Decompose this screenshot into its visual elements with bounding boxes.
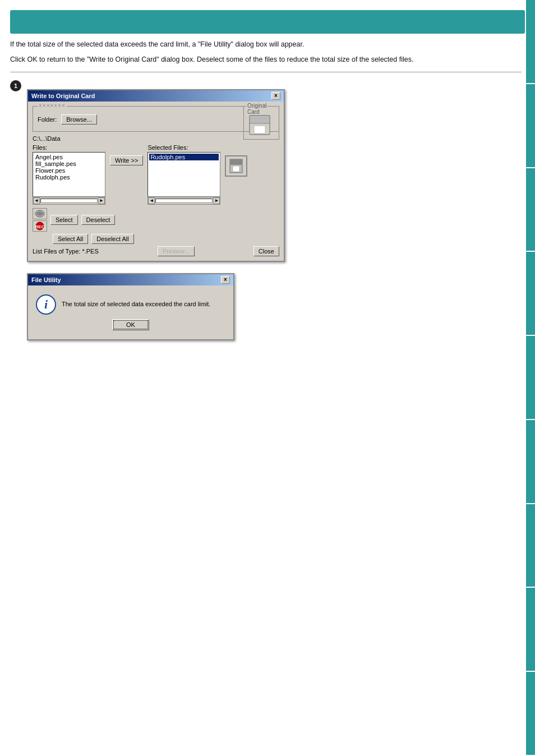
select-all-row: Select All Deselect All: [53, 234, 279, 244]
deselect-button[interactable]: Deselect: [81, 215, 116, 225]
numbered-section: 1 Write to Original Card × ×××××××: [10, 79, 522, 340]
original-card-group: OriginalCard: [243, 106, 279, 140]
select-button[interactable]: Select: [50, 215, 78, 225]
write-btn-col: Write >>: [110, 144, 143, 165]
divider: [10, 72, 522, 72]
selected-item-rudolph[interactable]: Rudolph.pes: [149, 154, 219, 160]
files-hscroll[interactable]: ◄ ►: [33, 197, 105, 205]
card-icon: [225, 155, 247, 177]
right-tab-2[interactable]: [526, 84, 535, 168]
info-icon: i: [36, 294, 56, 315]
deselect-all-button[interactable]: Deselect All: [91, 234, 133, 244]
write-button[interactable]: Write >>: [110, 155, 143, 165]
file-utility-close[interactable]: ×: [221, 276, 230, 284]
close-dialog-button[interactable]: Close: [253, 246, 279, 256]
select-all-button[interactable]: Select All: [53, 234, 88, 244]
selected-hscroll[interactable]: ◄ ►: [147, 197, 220, 205]
file-utility-titlebar: File Utility ×: [28, 274, 233, 285]
svg-rect-7: [250, 116, 270, 123]
step-content: Write to Original Card × ××××××× Folder:: [27, 79, 522, 340]
original-card-legend: OriginalCard: [246, 103, 268, 115]
files-col-left: Files: Angel.pes fill_sample.pes Flower.…: [33, 144, 105, 205]
folder-group: ××××××× Folder: Browse...: [33, 106, 279, 132]
emb-icon-svg-1: [34, 209, 45, 218]
svg-rect-8: [254, 126, 265, 133]
browse-button[interactable]: Browse...: [61, 114, 97, 125]
file-utility-body: i The total size of selected data exceed…: [28, 285, 233, 339]
write-dialog-main: ××××××× Folder: Browse... C:\...\Data: [33, 106, 279, 256]
info-message: The total size of selected data exceeded…: [62, 300, 210, 308]
preview-button[interactable]: Preview...: [158, 246, 195, 256]
folder-row: Folder: Browse...: [38, 114, 274, 125]
emb-icon-1: [33, 208, 47, 219]
right-tab-9[interactable]: [526, 672, 535, 756]
body-text-2: Click OK to return to the "Write to Orig…: [10, 54, 522, 65]
file-utility-dialog: File Utility × i The total size of selec…: [27, 273, 234, 340]
list-item-rudolph[interactable]: Rudolph.pes: [34, 174, 104, 181]
folder-label: Folder:: [38, 116, 57, 123]
scroll-right-btn[interactable]: ►: [98, 197, 105, 204]
bottom-row: List Files of Type: *.PES Preview... Clo…: [33, 246, 279, 256]
step-number: 1: [10, 80, 21, 91]
right-tabs: [526, 0, 535, 756]
scroll-left-btn[interactable]: ◄: [33, 197, 40, 204]
buttons-row: REC Select Deselect: [33, 208, 279, 232]
right-tab-4[interactable]: [526, 252, 535, 336]
sel-scroll-right-btn[interactable]: ►: [213, 197, 220, 204]
top-header-bar: [10, 10, 525, 34]
card-icon-area: [225, 144, 247, 177]
file-utility-title: File Utility: [31, 276, 61, 283]
svg-rect-2: [233, 166, 239, 172]
content-area: If the total size of the selected data e…: [10, 39, 522, 745]
write-to-card-dialog: Write to Original Card × ××××××× Folder:: [27, 89, 285, 262]
selected-files-label: Selected Files:: [147, 144, 220, 151]
selected-files-list[interactable]: Rudolph.pes: [147, 152, 220, 197]
right-tab-7[interactable]: [526, 504, 535, 588]
original-card-svg: [247, 114, 272, 136]
write-dialog-body: ××××××× Folder: Browse... C:\...\Data: [28, 102, 284, 261]
path-text: C:\...\Data: [33, 135, 279, 142]
files-list[interactable]: Angel.pes fill_sample.pes Flower.pes Rud…: [33, 152, 105, 197]
right-tab-1[interactable]: [526, 0, 535, 84]
write-dialog-title: Write to Original Card: [31, 93, 95, 99]
ok-button[interactable]: OK: [112, 319, 149, 330]
right-tab-3[interactable]: [526, 168, 535, 252]
card-placeholder: [247, 114, 275, 137]
icon-group: REC: [33, 208, 47, 232]
right-tab-6[interactable]: [526, 420, 535, 504]
sel-scroll-track: [155, 199, 213, 203]
write-dialog-titlebar: Write to Original Card ×: [28, 90, 284, 102]
folder-group-legend: ×××××××: [38, 103, 67, 109]
sel-scroll-left-btn[interactable]: ◄: [148, 197, 155, 204]
ok-row: OK: [33, 319, 229, 335]
svg-text:REC: REC: [35, 224, 45, 229]
write-dialog-close[interactable]: ×: [271, 92, 280, 100]
files-col-right: Selected Files: Rudolph.pes ◄ ►: [147, 144, 220, 205]
list-item-fill[interactable]: fill_sample.pes: [34, 160, 104, 167]
list-item-angel[interactable]: Angel.pes: [34, 154, 104, 160]
right-tab-8[interactable]: [526, 588, 535, 672]
card-svg: [228, 158, 244, 174]
list-type-label: List Files of Type: *.PES: [33, 248, 99, 255]
list-item-flower[interactable]: Flower.pes: [34, 167, 104, 174]
files-label: Files:: [33, 144, 105, 151]
emb-icon-2: REC: [33, 220, 47, 232]
body-text-1: If the total size of the selected data e…: [10, 39, 522, 50]
info-row: i The total size of selected data exceed…: [33, 290, 229, 319]
scroll-track: [40, 199, 98, 203]
svg-rect-1: [230, 159, 242, 165]
emb-icon-svg-2: REC: [34, 222, 45, 231]
right-tab-5[interactable]: [526, 336, 535, 420]
files-row: Files: Angel.pes fill_sample.pes Flower.…: [33, 144, 279, 205]
